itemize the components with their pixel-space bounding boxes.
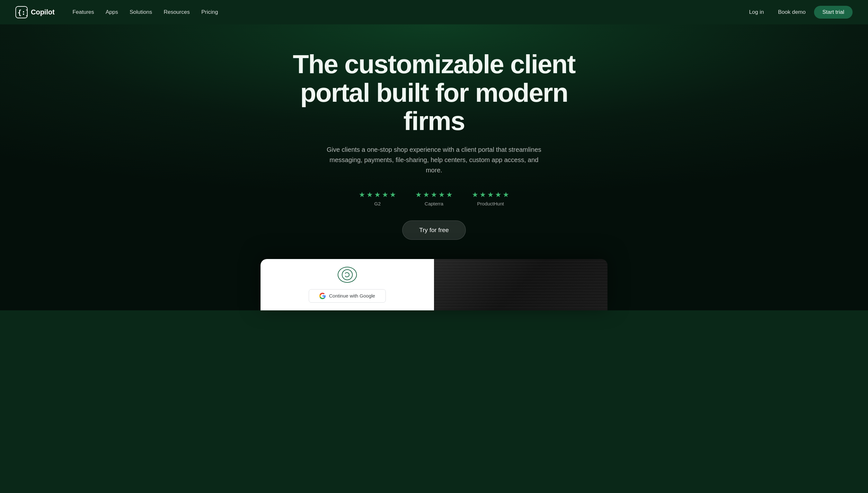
- capterra-stars: ★ ★ ★ ★ ★: [415, 191, 453, 199]
- start-trial-button[interactable]: Start trial: [814, 6, 852, 19]
- preview-app-icon: [338, 267, 357, 283]
- ratings-row: ★ ★ ★ ★ ★ G2 ★ ★ ★ ★ ★ Capterra ★ ★ ★: [359, 191, 509, 207]
- preview-card: Continue with Google: [261, 259, 607, 310]
- producthunt-label: ProductHunt: [477, 201, 504, 207]
- preview-section: Continue with Google: [248, 259, 620, 310]
- star-1: ★: [472, 191, 478, 199]
- producthunt-stars: ★ ★ ★ ★ ★: [472, 191, 509, 199]
- continue-with-google-button[interactable]: Continue with Google: [309, 289, 386, 303]
- preview-texture: [434, 259, 607, 310]
- star-1: ★: [415, 191, 422, 199]
- main-nav: {:} Copilot Features Apps Solutions Reso…: [0, 0, 868, 24]
- g2-stars: ★ ★ ★ ★ ★: [359, 191, 396, 199]
- logo[interactable]: {:} Copilot: [16, 6, 55, 18]
- google-icon: [319, 293, 326, 299]
- star-5: ★: [446, 191, 453, 199]
- star-5: ★: [390, 191, 396, 199]
- star-3: ★: [487, 191, 494, 199]
- star-4: ★: [382, 191, 388, 199]
- nav-link-apps[interactable]: Apps: [101, 6, 123, 18]
- nav-right: Log in Book demo Start trial: [743, 6, 852, 19]
- nav-link-features[interactable]: Features: [67, 6, 99, 18]
- hero-section: The customizable client portal built for…: [0, 24, 868, 310]
- star-3: ★: [374, 191, 381, 199]
- nav-link-solutions[interactable]: Solutions: [125, 6, 158, 18]
- login-button[interactable]: Log in: [743, 6, 770, 18]
- nav-link-resources[interactable]: Resources: [158, 6, 195, 18]
- rating-g2: ★ ★ ★ ★ ★ G2: [359, 191, 396, 207]
- logo-icon: {:}: [16, 6, 28, 18]
- star-2: ★: [423, 191, 430, 199]
- rating-producthunt: ★ ★ ★ ★ ★ ProductHunt: [472, 191, 509, 207]
- svg-point-2: [342, 270, 352, 280]
- preview-login-panel: Continue with Google: [261, 259, 434, 310]
- svg-text:{:}: {:}: [18, 9, 28, 16]
- star-4: ★: [438, 191, 445, 199]
- hero-subtitle: Give clients a one-stop shop experience …: [322, 145, 546, 175]
- book-demo-button[interactable]: Book demo: [772, 6, 811, 18]
- star-2: ★: [367, 191, 373, 199]
- try-for-free-button[interactable]: Try for free: [402, 220, 466, 240]
- capterra-label: Capterra: [425, 201, 443, 207]
- preview-image-panel: [434, 259, 607, 310]
- hero-title: The customizable client portal built for…: [276, 50, 592, 135]
- star-5: ★: [503, 191, 509, 199]
- google-btn-label: Continue with Google: [329, 293, 375, 299]
- star-4: ★: [495, 191, 501, 199]
- logo-text: Copilot: [31, 8, 55, 16]
- star-1: ★: [359, 191, 365, 199]
- rating-capterra: ★ ★ ★ ★ ★ Capterra: [415, 191, 453, 207]
- nav-left: {:} Copilot Features Apps Solutions Reso…: [16, 6, 223, 18]
- g2-label: G2: [374, 201, 381, 207]
- star-2: ★: [480, 191, 486, 199]
- nav-links: Features Apps Solutions Resources Pricin…: [67, 6, 223, 18]
- nav-link-pricing[interactable]: Pricing: [196, 6, 223, 18]
- star-3: ★: [431, 191, 437, 199]
